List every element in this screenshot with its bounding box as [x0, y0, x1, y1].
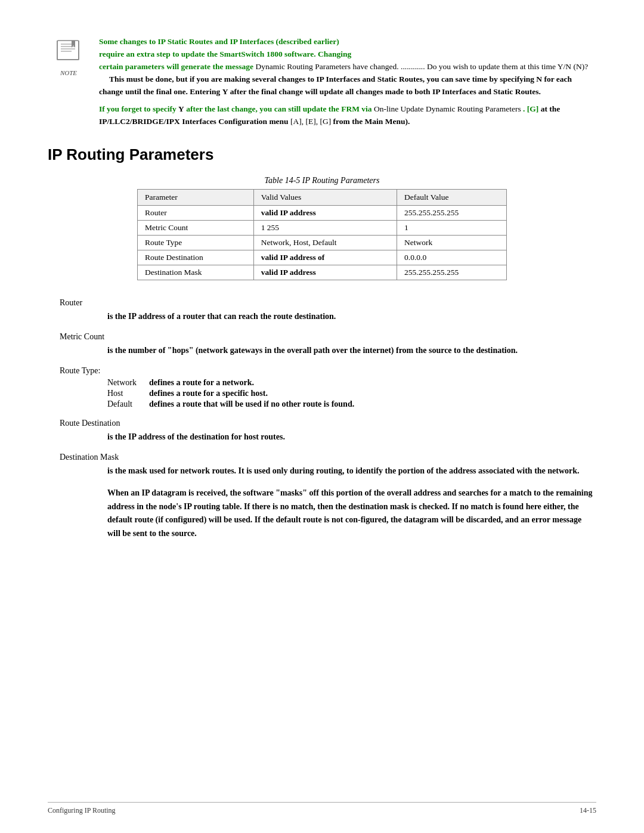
page-container: NOTE Some changes to IP Static Routes an…: [0, 0, 644, 833]
desc-destination-mask: Destination Mask is the mask used for ne…: [48, 453, 596, 477]
desc-router: Router is the IP address of a router tha…: [48, 298, 596, 323]
route-type-network-def: defines a route for a network.: [149, 378, 596, 388]
note-icon: NOTE: [48, 38, 89, 76]
def-router: is the IP address of a router that can r…: [107, 310, 596, 323]
note-label: NOTE: [60, 69, 77, 76]
row-routedest-param: Route Destination: [138, 250, 254, 265]
note-para2-bold2: from the Main Menu).: [333, 117, 410, 126]
note-book-icon: [52, 38, 85, 68]
def-metric-count: is the number of "hops" (network gateway…: [107, 344, 596, 357]
term-route-destination: Route Destination: [60, 419, 596, 428]
row-routetype-param: Route Type: [138, 236, 254, 250]
route-type-host-label: Host: [107, 389, 149, 398]
route-type-default-label: Default: [107, 400, 149, 409]
row-destmask-valid: valid IP address: [253, 265, 397, 280]
row-routedest-default: 0.0.0.0: [397, 250, 507, 265]
term-router: Router: [60, 298, 596, 308]
note-normal-inline: Dynamic Routing Parameters have changed.…: [255, 62, 588, 71]
note-para2-green3: . [G]: [523, 104, 538, 113]
route-type-network-label: Network: [107, 378, 149, 388]
route-type-block: Network defines a route for a network. H…: [107, 378, 596, 409]
datagram-para: When an IP datagram is received, the sof…: [107, 487, 596, 540]
params-table: Parameter Valid Values Default Value Rou…: [137, 189, 507, 280]
note-para2-normal2: [A], [E], [G]: [290, 117, 331, 126]
route-type-host-def: defines a route for a specific host.: [149, 389, 596, 398]
note-bold-para1c: after the final change will update all c…: [230, 87, 541, 96]
note-green-text-1: Some changes to IP Static Routes and IP …: [99, 37, 339, 46]
table-row: Destination Mask valid IP address 255.25…: [138, 265, 507, 280]
row-metric-default: 1: [397, 221, 507, 236]
note-para2-green1: If you forget to specify: [99, 104, 177, 113]
section-heading: IP Routing Parameters: [48, 145, 596, 164]
note-para2-normal: On-line Update Dynamic Routing Parameter…: [374, 104, 521, 113]
note-section: NOTE Some changes to IP Static Routes an…: [48, 36, 596, 128]
note-green-text-2: require an extra step to update the Smar…: [99, 49, 351, 58]
table-row: Route Type Network, Host, Default Networ…: [138, 236, 507, 250]
term-destination-mask: Destination Mask: [60, 453, 596, 462]
note-para2-green2: after the last change, you can still upd…: [186, 104, 371, 113]
table-row: Route Destination valid IP address of 0.…: [138, 250, 507, 265]
row-destmask-param: Destination Mask: [138, 265, 254, 280]
svg-rect-0: [57, 41, 79, 60]
row-metric-param: Metric Count: [138, 221, 254, 236]
table-row: Metric Count 1 255 1: [138, 221, 507, 236]
desc-route-type: Route Type: Network defines a route for …: [48, 366, 596, 409]
term-metric-count: Metric Count: [60, 332, 596, 342]
table-row: Router valid IP address 255.255.255.255: [138, 206, 507, 221]
def-route-destination: is the IP address of the destination for…: [107, 431, 596, 443]
route-type-network: Network defines a route for a network.: [107, 378, 596, 388]
row-routetype-default: Network: [397, 236, 507, 250]
desc-metric-count: Metric Count is the number of "hops" (ne…: [48, 332, 596, 357]
route-type-default-def: defines a route that will be used if no …: [149, 400, 596, 409]
page-footer: Configuring IP Routing 14-15: [48, 802, 596, 815]
note-this-word: This: [109, 75, 125, 83]
note-paragraph-1: Some changes to IP Static Routes and IP …: [99, 36, 596, 98]
def-destination-mask: is the mask used for network routes. It …: [107, 465, 596, 477]
col-header-default-value: Default Value: [397, 190, 507, 206]
term-route-type: Route Type:: [60, 366, 596, 376]
table-header-row: Parameter Valid Values Default Value: [138, 190, 507, 206]
col-header-parameter: Parameter: [138, 190, 254, 206]
note-para2-y: Y: [178, 104, 184, 113]
route-type-default: Default defines a route that will be use…: [107, 400, 596, 409]
col-header-valid-values: Valid Values: [253, 190, 397, 206]
note-y: Y: [222, 87, 228, 96]
note-paragraph-2: If you forget to specify Y after the las…: [99, 103, 596, 128]
row-destmask-default: 255.255.255.255: [397, 265, 507, 280]
note-n: N: [536, 75, 542, 83]
row-router-default: 255.255.255.255: [397, 206, 507, 221]
row-metric-valid: 1 255: [253, 221, 397, 236]
footer-right: 14-15: [580, 806, 596, 815]
row-routetype-valid: Network, Host, Default: [253, 236, 397, 250]
note-bold-para1: must be done, but if you are making seve…: [126, 75, 534, 83]
row-router-param: Router: [138, 206, 254, 221]
row-routedest-valid: valid IP address of: [253, 250, 397, 265]
row-router-valid: valid IP address: [253, 206, 397, 221]
footer-left: Configuring IP Routing: [48, 806, 116, 815]
note-text-block: Some changes to IP Static Routes and IP …: [99, 36, 596, 128]
note-green-text-3: certain parameters will generate the mes…: [99, 62, 253, 71]
table-caption: Table 14-5 IP Routing Parameters: [48, 176, 596, 185]
desc-route-destination: Route Destination is the IP address of t…: [48, 419, 596, 443]
route-type-host: Host defines a route for a specific host…: [107, 389, 596, 398]
